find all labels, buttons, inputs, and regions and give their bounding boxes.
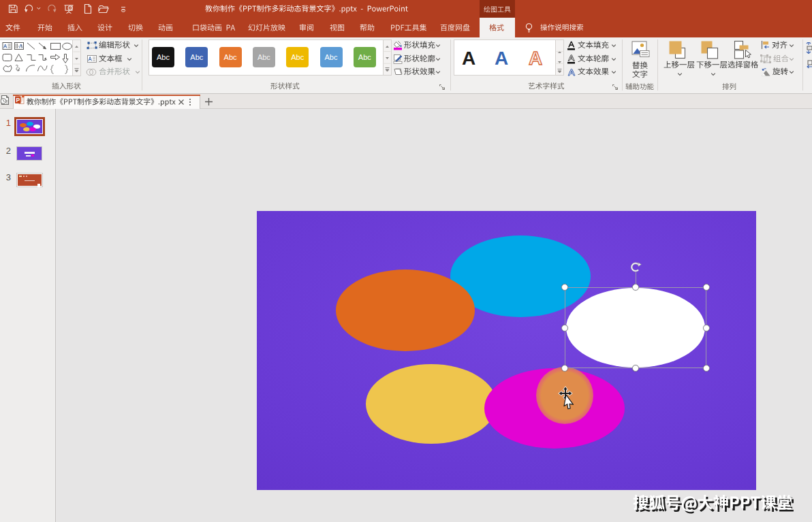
svg-text:P: P xyxy=(16,97,20,103)
